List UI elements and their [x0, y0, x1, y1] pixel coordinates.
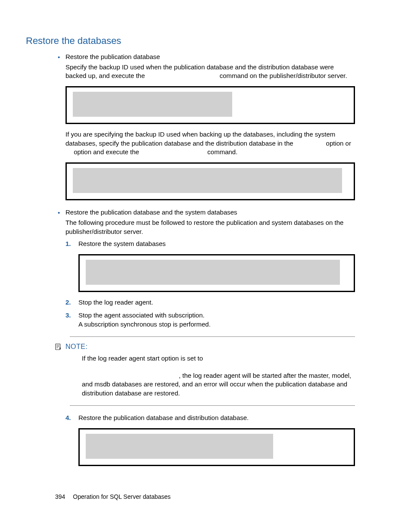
step-2: 2. Stop the log reader agent.: [78, 298, 355, 307]
step-text: Stop the agent associated with subscript…: [78, 311, 205, 319]
code-box: [78, 428, 355, 466]
step-1: 1. Restore the system databases: [78, 240, 355, 248]
code-box: [78, 254, 355, 292]
bullet-item-restore-pub-sys-db: Restore the publication database and the…: [65, 208, 355, 236]
text-fragment: option or: [324, 140, 351, 147]
step-number: 4.: [65, 414, 71, 422]
code-placeholder: [86, 434, 273, 459]
step-number: 3.: [65, 311, 71, 320]
step-text: Restore the system databases: [78, 240, 166, 247]
footer-title: Operation for SQL Server databases: [73, 493, 171, 501]
note-body: If the log reader agent start option is …: [72, 354, 352, 398]
paragraph: If you are specifying the backup ID used…: [26, 130, 355, 156]
bullet-list: Restore the publication database and the…: [26, 208, 355, 236]
code-placeholder: [73, 168, 342, 193]
page-number: 394: [55, 493, 65, 501]
bullet-title: Restore the publication database and the…: [65, 208, 237, 216]
code-placeholder: [73, 92, 232, 117]
numbered-list: 1. Restore the system databases: [26, 240, 355, 248]
text-fragment: If you are specifying the backup ID used…: [65, 131, 335, 146]
paragraph: Specify the backup ID used when the publ…: [65, 63, 355, 81]
text-fragment: If the log reader agent start option is …: [82, 355, 203, 362]
paragraph: The following procedure must be followed…: [65, 218, 355, 236]
step-number: 2.: [65, 298, 71, 307]
note-header: NOTE:: [54, 342, 352, 352]
bullet-list: Restore the publication database Specify…: [26, 53, 355, 81]
text-fragment: , the log reader agent will be started a…: [82, 372, 351, 397]
step-4: 4. Restore the publication database and …: [78, 414, 355, 422]
document-page: Restore the databases Restore the public…: [0, 0, 411, 489]
step-3: 3. Stop the agent associated with subscr…: [78, 311, 355, 329]
step-subtext: A subscription synchronous stop is perfo…: [78, 320, 355, 329]
bullet-item-restore-pub-db: Restore the publication database Specify…: [65, 53, 355, 81]
code-placeholder: [86, 260, 340, 285]
text-fragment: option and execute the: [72, 148, 141, 156]
step-number: 1.: [65, 240, 71, 248]
code-box: [65, 162, 355, 200]
text-fragment: command.: [206, 148, 237, 156]
page-footer: 394 Operation for SQL Server databases: [55, 493, 171, 501]
step-text: Stop the log reader agent.: [78, 299, 153, 306]
numbered-list: 4. Restore the publication database and …: [26, 414, 355, 422]
note-label: NOTE:: [65, 342, 87, 352]
numbered-list: 2. Stop the log reader agent. 3. Stop th…: [26, 298, 355, 329]
note-block: NOTE: If the log reader agent start opti…: [70, 336, 355, 406]
section-heading: Restore the databases: [26, 34, 355, 47]
text-fragment: command on the publisher/distributor ser…: [218, 72, 347, 79]
note-icon: [54, 343, 62, 351]
bullet-title: Restore the publication database: [65, 53, 160, 60]
step-text: Restore the publication database and dis…: [78, 414, 249, 421]
code-box: [65, 86, 355, 124]
